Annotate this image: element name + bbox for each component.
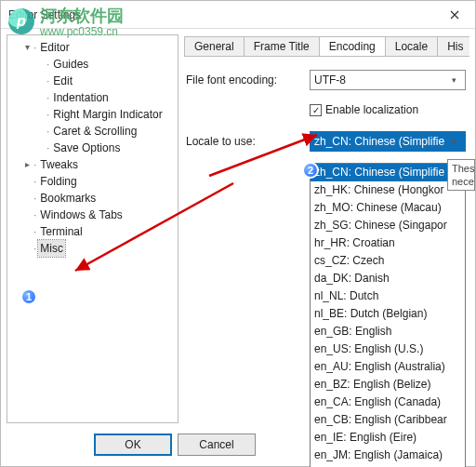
tree-bullet: ·	[46, 140, 49, 156]
tree-item[interactable]: ·Edit	[7, 73, 178, 89]
font-encoding-combo[interactable]: UTF-8 ▾	[310, 70, 466, 90]
locale-option[interactable]: cs_CZ: Czech	[311, 252, 465, 270]
tree-item-label: Folding	[38, 173, 78, 190]
locale-option[interactable]: en_BZ: English (Belize)	[311, 376, 465, 394]
locale-value: zh_CN: Chinese (Simplifie	[314, 135, 446, 148]
tree-item-label: Windows & Tabs	[38, 207, 124, 223]
tree-bullet: ·	[33, 156, 36, 173]
locale-combo[interactable]: zh_CN: Chinese (Simplifie ▾	[310, 131, 466, 152]
tree-item[interactable]: ·Folding	[7, 173, 178, 190]
font-encoding-label: File font encoding:	[184, 73, 310, 87]
tab[interactable]: Encoding	[319, 36, 386, 57]
tree-item-label: Misc	[38, 240, 65, 257]
tree-item[interactable]: ·Windows & Tabs	[7, 207, 178, 223]
locale-option[interactable]: en_CB: English (Caribbear	[311, 411, 465, 429]
tree-bullet: ·	[46, 89, 49, 106]
tree-bullet: ·	[33, 173, 36, 190]
close-icon	[450, 10, 459, 20]
titlebar: Editor Settings	[1, 1, 475, 29]
tree-item-label: Save Options	[51, 140, 122, 156]
tree-bullet: ·	[33, 240, 36, 257]
encoding-panel: File font encoding: UTF-8 ▾ ✓ Enable loc…	[184, 57, 469, 423]
tree-bullet: ·	[33, 190, 36, 207]
locale-option[interactable]: zh_MO: Chinese (Macau)	[311, 199, 465, 217]
tree-twisty-icon: ▾	[20, 39, 33, 56]
settings-tree[interactable]: ▾·Editor·Guides·Edit·Indentation·Right M…	[7, 34, 178, 423]
locale-option[interactable]: nl_NL: Dutch	[311, 287, 465, 305]
tree-bullet: ·	[46, 56, 49, 73]
locale-option[interactable]: en_JM: English (Jamaica)	[311, 447, 465, 464]
locale-label: Locale to use:	[184, 135, 310, 148]
chevron-down-icon: ▾	[446, 75, 461, 85]
cancel-button[interactable]: Cancel	[178, 434, 256, 456]
tree-item-label: Caret & Scrolling	[51, 123, 139, 140]
tree-item-label: Tweaks	[38, 156, 80, 173]
font-encoding-value: UTF-8	[314, 73, 446, 87]
tree-item[interactable]: ·Bookmarks	[7, 190, 178, 207]
tree-item[interactable]: ·Terminal	[7, 223, 178, 240]
tree-twisty-icon: ▸	[20, 156, 33, 173]
locale-option[interactable]: zh_HK: Chinese (Hongkor	[311, 181, 465, 199]
tree-item-label: Edit	[51, 73, 74, 89]
locale-option[interactable]: hr_HR: Croatian	[311, 234, 465, 252]
tab[interactable]: General	[184, 36, 245, 57]
tree-item[interactable]: ·Save Options	[7, 140, 178, 156]
tree-item[interactable]: ▸·Tweaks	[7, 156, 178, 173]
close-button[interactable]	[434, 2, 475, 28]
tree-bullet: ·	[46, 106, 49, 123]
tree-bullet: ·	[33, 223, 36, 240]
tree-item[interactable]: ▾·Editor	[7, 39, 178, 56]
tree-item-label: Guides	[51, 56, 90, 73]
tree-bullet: ·	[33, 39, 36, 56]
tree-item[interactable]: ·Guides	[7, 56, 178, 73]
ok-button[interactable]: OK	[94, 434, 172, 456]
window-title: Editor Settings	[8, 8, 434, 21]
enable-localization-label: Enable localization	[325, 103, 418, 116]
tree-item[interactable]: ·Misc	[7, 240, 178, 257]
editor-settings-window: Editor Settings ▾·Editor·Guides·Edit·Ind…	[0, 0, 476, 467]
tree-item-label: Editor	[38, 39, 71, 56]
tree-item[interactable]: ·Caret & Scrolling	[7, 123, 178, 140]
locale-option[interactable]: zh_CN: Chinese (Simplifie	[311, 164, 465, 181]
tree-item-label: Indentation	[51, 89, 110, 106]
tree-item-label: Right Margin Indicator	[51, 106, 164, 123]
locale-option[interactable]: en_US: English (U.S.)	[311, 340, 465, 358]
locale-option[interactable]: en_IE: English (Eire)	[311, 429, 465, 447]
locale-option[interactable]: zh_SG: Chinese (Singapor	[311, 217, 465, 234]
tree-item-label: Bookmarks	[38, 190, 98, 207]
tree-bullet: ·	[46, 73, 49, 89]
locale-option[interactable]: en_CA: English (Canada)	[311, 394, 465, 411]
checkbox-icon: ✓	[310, 104, 322, 116]
tab[interactable]: Locale	[385, 36, 438, 57]
tree-bullet: ·	[33, 207, 36, 223]
tree-bullet: ·	[46, 123, 49, 140]
locale-option[interactable]: nl_BE: Dutch (Belgian)	[311, 305, 465, 323]
tree-item[interactable]: ·Right Margin Indicator	[7, 106, 178, 123]
locale-dropdown[interactable]: zh_CN: Chinese (Simplifiezh_HK: Chinese …	[310, 163, 466, 467]
tree-item-label: Terminal	[38, 223, 84, 240]
locale-option[interactable]: en_GB: English	[311, 323, 465, 340]
content-panel: GeneralFrame TitleEncodingLocaleHis ◄ ► …	[184, 34, 469, 423]
enable-localization-checkbox[interactable]: ✓ Enable localization	[310, 103, 469, 116]
tree-item[interactable]: ·Indentation	[7, 89, 178, 106]
tab[interactable]: His	[437, 36, 469, 57]
tab[interactable]: Frame Title	[244, 36, 320, 57]
chevron-down-icon: ▾	[446, 137, 461, 146]
tab-bar: GeneralFrame TitleEncodingLocaleHis ◄ ►	[184, 34, 469, 57]
locale-option[interactable]: en_AU: English (Australia)	[311, 358, 465, 376]
locale-option[interactable]: da_DK: Danish	[311, 270, 465, 287]
